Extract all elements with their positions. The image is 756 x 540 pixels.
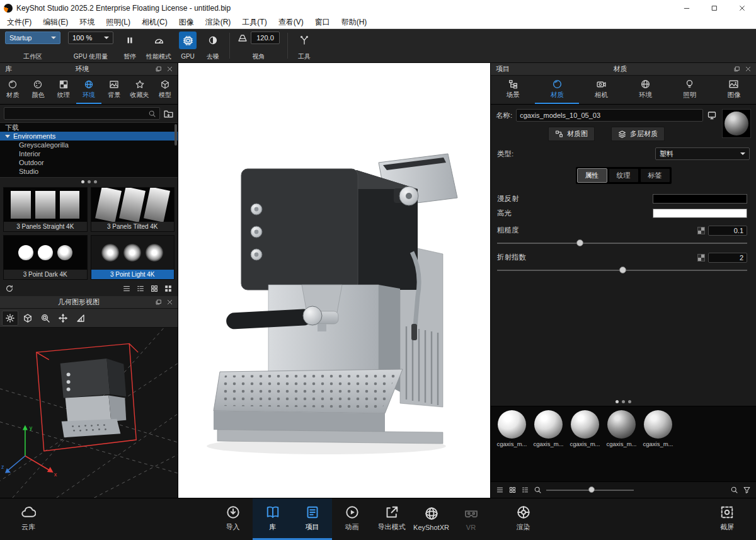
- page-dot[interactable]: [88, 180, 91, 183]
- roughness-value-input[interactable]: 0.1: [708, 226, 747, 236]
- list-view-icon[interactable]: [496, 486, 504, 494]
- material-graph-button[interactable]: 材质图: [548, 127, 595, 141]
- tree-expand-icon[interactable]: [5, 135, 10, 138]
- maximize-button[interactable]: [701, 0, 728, 16]
- thumbnail-size-slider[interactable]: [546, 486, 634, 495]
- undock-icon[interactable]: [731, 64, 742, 74]
- library-tab-backgrounds[interactable]: 背景: [101, 76, 127, 104]
- roughness-texture-map-icon[interactable]: [697, 227, 705, 234]
- small-grid-view-icon[interactable]: [150, 284, 159, 293]
- subtab-labels[interactable]: 标签: [640, 168, 670, 183]
- scene-material-item[interactable]: cgaxis_m...: [531, 410, 566, 447]
- material-type-select[interactable]: 塑料: [655, 147, 750, 160]
- grid-view-icon[interactable]: [508, 486, 517, 494]
- performance-mode-button[interactable]: [150, 32, 168, 49]
- library-search-input[interactable]: [4, 107, 160, 120]
- bottombar-item-project[interactable]: 项目: [292, 498, 332, 540]
- close-panel-icon[interactable]: [164, 64, 175, 74]
- project-tab-scene[interactable]: 场景: [491, 76, 535, 104]
- close-panel-icon[interactable]: [742, 64, 753, 74]
- tree-item-interior[interactable]: Interior: [0, 149, 178, 158]
- cloud-library-button[interactable]: 云库: [6, 505, 50, 534]
- geometry-wireframe-button[interactable]: [20, 311, 36, 326]
- library-tab-environments[interactable]: 环境: [76, 76, 101, 104]
- tree-item-downloads[interactable]: 下载: [0, 123, 178, 132]
- project-tab-material[interactable]: 材质: [535, 76, 579, 104]
- pause-button[interactable]: [121, 32, 139, 49]
- page-dot[interactable]: [622, 400, 625, 403]
- denoise-button[interactable]: [204, 32, 222, 49]
- menu-file[interactable]: 文件(F): [1, 16, 37, 28]
- list-view-icon[interactable]: [122, 284, 131, 293]
- bottombar-item-library[interactable]: 库: [253, 498, 292, 540]
- library-tab-colors[interactable]: 颜色: [25, 76, 50, 104]
- scene-material-item[interactable]: cgaxis_m...: [641, 410, 675, 447]
- menu-tools[interactable]: 工具(T): [236, 16, 272, 28]
- gpu-usage-select[interactable]: 100 %: [68, 32, 113, 44]
- page-dot[interactable]: [94, 180, 97, 183]
- menu-help[interactable]: 帮助(H): [336, 16, 373, 28]
- search-icon[interactable]: [534, 486, 542, 494]
- fov-value-input[interactable]: 120.0: [251, 32, 280, 44]
- tree-item-studio[interactable]: Studio: [0, 167, 178, 176]
- search-icon[interactable]: [730, 486, 738, 494]
- specular-color-swatch[interactable]: [653, 209, 747, 218]
- undock-icon[interactable]: [152, 64, 164, 74]
- geometry-zoom-region-button[interactable]: [37, 311, 54, 326]
- screenshot-button[interactable]: 截屏: [707, 505, 747, 534]
- refresh-icon[interactable]: [5, 284, 14, 293]
- close-panel-icon[interactable]: [164, 297, 175, 307]
- tree-item-greyscalegorilla[interactable]: Greyscalegorilla: [0, 141, 178, 149]
- bottombar-item-vr[interactable]: VR: [451, 498, 491, 540]
- env-thumb-3-panels-tilted[interactable]: 3 Panels Tilted 4K: [91, 187, 175, 232]
- tree-item-environments[interactable]: Environments: [0, 132, 178, 141]
- detail-list-view-icon[interactable]: [136, 284, 145, 293]
- material-preview-thumbnail[interactable]: [722, 109, 751, 138]
- roughness-slider[interactable]: [497, 238, 747, 248]
- geometry-pan-button[interactable]: [55, 311, 71, 326]
- close-button[interactable]: [728, 0, 756, 16]
- menu-camera[interactable]: 相机(C): [136, 16, 173, 28]
- ior-slider-handle[interactable]: [619, 267, 626, 273]
- env-thumb-3-panels-straight[interactable]: 3 Panels Straight 4K: [3, 187, 88, 232]
- filter-funnel-icon[interactable]: [743, 486, 751, 494]
- env-thumb-3-point-dark[interactable]: 3 Point Dark 4K: [3, 235, 88, 280]
- minimize-button[interactable]: [673, 0, 701, 16]
- ior-slider[interactable]: [497, 265, 747, 275]
- menu-window[interactable]: 窗口: [309, 16, 336, 28]
- menu-lighting[interactable]: 照明(L): [100, 16, 136, 28]
- bottombar-item-render[interactable]: 渲染: [503, 498, 543, 540]
- workspace-select[interactable]: Startup: [5, 32, 60, 44]
- library-tab-textures[interactable]: 纹理: [51, 76, 76, 104]
- scene-material-item[interactable]: cgaxis_m...: [568, 410, 602, 447]
- tools-button[interactable]: [295, 32, 313, 49]
- subtab-textures[interactable]: 纹理: [609, 168, 639, 183]
- library-tab-models[interactable]: 模型: [152, 76, 178, 104]
- add-folder-icon[interactable]: [163, 108, 174, 119]
- menu-environment[interactable]: 环境: [74, 16, 100, 28]
- undock-icon[interactable]: [152, 297, 164, 307]
- diffuse-color-swatch[interactable]: [653, 194, 747, 204]
- page-dot[interactable]: [628, 400, 631, 403]
- tree-item-outdoor[interactable]: Outdoor: [0, 158, 178, 167]
- ior-texture-map-icon[interactable]: [697, 254, 705, 261]
- menu-view[interactable]: 查看(V): [273, 16, 309, 28]
- tree-scrollbar[interactable]: [175, 124, 177, 146]
- library-tab-materials[interactable]: 材质: [0, 76, 25, 104]
- menu-edit[interactable]: 编辑(E): [37, 16, 74, 28]
- scene-material-item[interactable]: cgaxis_m...: [604, 410, 639, 447]
- project-tab-lighting[interactable]: 照明: [668, 76, 712, 104]
- env-thumb-3-point-light[interactable]: 3 Point Light 4K: [91, 235, 175, 280]
- material-name-input[interactable]: cgaxis_models_10_05_03: [516, 109, 703, 122]
- scene-material-item[interactable]: cgaxis_m...: [495, 410, 529, 447]
- library-tab-favorites[interactable]: 收藏夹: [127, 76, 152, 104]
- geometry-viewport[interactable]: y x z: [0, 328, 178, 498]
- thumbnail-size-handle[interactable]: [588, 486, 595, 493]
- large-grid-view-icon[interactable]: [164, 284, 173, 293]
- realtime-viewport[interactable]: [178, 63, 490, 498]
- subtab-properties[interactable]: 属性: [577, 168, 607, 183]
- roughness-slider-handle[interactable]: [576, 239, 583, 246]
- project-tab-camera[interactable]: 相机: [579, 76, 623, 104]
- tree-list-view-icon[interactable]: [521, 486, 529, 494]
- bottombar-item-import[interactable]: 导入: [213, 498, 253, 540]
